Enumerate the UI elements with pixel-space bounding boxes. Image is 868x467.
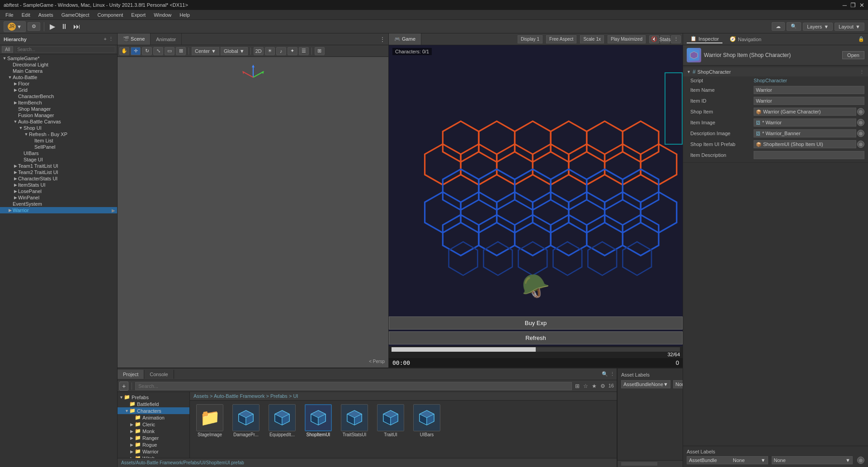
menu-component[interactable]: Component — [94, 11, 127, 19]
asset-tree-item[interactable]: ▶📁Ranger — [118, 434, 189, 441]
asset-breadcrumb[interactable]: Assets > Auto-Battle Framework > Prefabs… — [190, 392, 617, 401]
asset-grid-item[interactable]: EquippedIt... — [266, 404, 298, 437]
navigation-tab[interactable]: 🧭 Navigation — [726, 35, 765, 43]
asset-grid-item[interactable]: UIBars — [410, 404, 443, 437]
animator-tab[interactable]: Animator — [151, 33, 182, 45]
buy-exp-button[interactable]: Buy Exp — [389, 316, 683, 330]
asset-grid-item[interactable]: TraitUI — [374, 404, 407, 437]
menu-file[interactable]: File — [2, 11, 17, 19]
asset-tree-item[interactable]: ▶📁Warrior — [118, 448, 189, 455]
asset-grid-item[interactable]: ShopItemUI — [302, 404, 335, 437]
game-mute-button[interactable]: 🔇 — [649, 35, 659, 43]
hierarchy-item[interactable]: Directional Light — [0, 61, 117, 68]
hierarchy-menu-button[interactable]: ⋮ — [108, 36, 113, 42]
menu-help[interactable]: Help — [176, 11, 193, 19]
inspector-open-button[interactable]: Open — [842, 51, 864, 59]
asset-tree-item[interactable]: 📁Battlefield — [118, 401, 189, 407]
menu-gameobject[interactable]: GameObject — [58, 11, 93, 19]
asset-grid-item[interactable]: TraitStatsUI — [338, 404, 371, 437]
account-button[interactable]: JR ▼ — [4, 21, 26, 32]
hierarchy-item[interactable]: ▼SampleGame* — [0, 55, 117, 61]
component-header[interactable]: ▼ # ShopCharacter ⋮ — [683, 67, 868, 76]
game-tab[interactable]: 🎮 Game — [389, 33, 421, 45]
hierarchy-item[interactable]: ▶WinPanel — [0, 194, 117, 201]
project-icon-btn-4[interactable]: ⚙ — [599, 382, 607, 390]
asset-bundle-dropdown[interactable]: AssetBundle None ▼ — [621, 380, 670, 388]
step-button[interactable]: ⏭ — [71, 23, 82, 31]
layers-dropdown[interactable]: Layers ▼ — [803, 23, 833, 31]
project-search-input[interactable] — [135, 382, 572, 390]
global-dropdown[interactable]: Global ▼ — [221, 47, 248, 55]
hierarchy-item[interactable]: EventSystem — [0, 201, 117, 207]
field-picker-button[interactable]: ◎ — [857, 119, 864, 126]
field-picker-button[interactable]: ◎ — [857, 141, 864, 148]
hierarchy-item[interactable]: ▼Shop UI — [0, 125, 117, 131]
light-toggle-button[interactable]: ☀ — [265, 47, 275, 55]
menu-assets[interactable]: Assets — [35, 11, 57, 19]
hierarchy-item[interactable]: Shop Manager — [0, 106, 117, 112]
hierarchy-item[interactable]: ▶ItemStats UI — [0, 182, 117, 188]
hierarchy-item[interactable]: ▶Team2 TraitList UI — [0, 169, 117, 175]
asset-grid-item[interactable]: DamagePr... — [230, 404, 262, 437]
restore-button[interactable]: ❐ — [850, 2, 856, 9]
gizmos-toggle-button[interactable]: ☰ — [299, 47, 309, 55]
2d-toggle-button[interactable]: 2D — [254, 47, 264, 55]
project-icon-btn-2[interactable]: ☆ — [582, 382, 590, 390]
game-stats-button[interactable]: Stats — [660, 35, 670, 43]
asset-tree-item[interactable]: ▶📁Monk — [118, 428, 189, 434]
close-button[interactable]: ✕ — [859, 2, 864, 9]
inspector-lock-button[interactable]: 🔒 — [858, 36, 864, 42]
hierarchy-item[interactable]: ▼Auto-Battle — [0, 74, 117, 80]
hierarchy-item[interactable]: Item List — [0, 137, 117, 144]
hierarchy-item[interactable]: UIBars — [0, 150, 117, 156]
hierarchy-item[interactable]: Fusion Manager — [0, 112, 117, 118]
game-aspect-dropdown[interactable]: Free Aspect — [546, 35, 576, 43]
field-picker-button[interactable]: ◎ — [857, 108, 864, 115]
field-value[interactable]: 🖼* Warrior_Banner — [754, 129, 856, 137]
field-picker-button[interactable]: ◎ — [857, 130, 864, 137]
rect-tool-button[interactable]: ▭ — [165, 47, 175, 55]
move-tool-button[interactable]: ✛ — [131, 47, 141, 55]
project-icon-btn-1[interactable]: ⊞ — [574, 382, 581, 390]
game-display-dropdown[interactable]: Display 1 — [518, 35, 542, 43]
hierarchy-item[interactable]: ▶ItemBench — [0, 99, 117, 106]
project-icon-btn-3[interactable]: ★ — [590, 382, 598, 390]
inspector-asset-variant-dropdown[interactable]: None ▼ — [772, 456, 853, 464]
hierarchy-item[interactable]: Main Camera — [0, 68, 117, 74]
asset-tree-item[interactable]: ▶📁Cleric — [118, 421, 189, 428]
hierarchy-item-more-icon[interactable]: ▶ — [112, 208, 115, 213]
hierarchy-item[interactable]: ▶Warrior▶ — [0, 207, 117, 213]
minimize-button[interactable]: ─ — [843, 2, 847, 9]
hierarchy-item[interactable]: SellPanel — [0, 144, 117, 150]
search-button[interactable]: 🔍 — [787, 22, 801, 31]
asset-tree-item[interactable]: ▼📁Characters — [118, 407, 189, 414]
menu-window[interactable]: Window — [150, 11, 175, 19]
field-value[interactable]: 🖼* Warrior — [754, 118, 856, 127]
hand-tool-button[interactable]: ✋ — [119, 47, 129, 55]
scene-view[interactable]: < Persp — [118, 57, 388, 368]
project-tab[interactable]: Project — [118, 370, 144, 379]
hierarchy-item[interactable]: ▼Auto-Battle Canvas — [0, 118, 117, 125]
hierarchy-item[interactable]: ▶Grid — [0, 87, 117, 93]
component-settings-icon[interactable]: ⋮ — [859, 69, 864, 75]
asset-variant-dropdown[interactable]: None ▼ — [673, 380, 683, 388]
scene-tab[interactable]: 🎬 Scene — [118, 33, 151, 45]
asset-tree-item[interactable]: ▶📁Witch — [118, 455, 189, 458]
project-search-button[interactable]: 🔍 — [602, 371, 608, 377]
game-options-button[interactable]: ⋮ — [671, 35, 681, 43]
rotate-tool-button[interactable]: ↻ — [142, 47, 152, 55]
settings-button[interactable]: ⚙ — [28, 22, 40, 31]
grid-toggle-button[interactable]: ⊞ — [315, 47, 325, 55]
audio-toggle-button[interactable]: ♪ — [276, 47, 286, 55]
field-value[interactable]: Warrior — [754, 86, 864, 94]
hierarchy-all-btn[interactable]: All — [2, 46, 13, 53]
pivot-dropdown[interactable]: Center ▼ — [192, 47, 219, 55]
cloud-button[interactable]: ☁ — [772, 22, 785, 31]
scale-tool-button[interactable]: ⤡ — [153, 47, 163, 55]
play-button[interactable]: ▶ — [48, 22, 57, 31]
transform-tool-button[interactable]: ⊞ — [176, 47, 186, 55]
console-tab[interactable]: Console — [144, 370, 174, 379]
hierarchy-item[interactable]: ▶LosePanel — [0, 188, 117, 194]
hierarchy-item[interactable]: ▶CharacterStats UI — [0, 175, 117, 182]
scene-options-button[interactable]: ⋮ — [378, 35, 387, 43]
